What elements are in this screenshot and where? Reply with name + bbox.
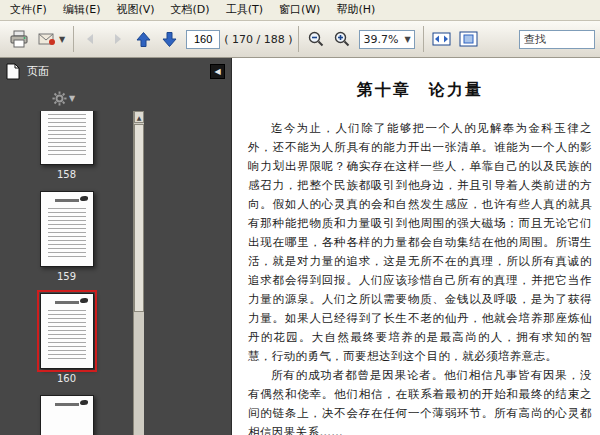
previous-view-icon [83,32,99,46]
scrollbar-up-arrow[interactable]: ▲ [134,111,144,123]
fit-width-icon [432,31,451,47]
gear-icon [52,91,67,106]
thumbnail-label: 160 [57,373,76,384]
thumbnail-unit: 160 [0,293,133,395]
page-number-input[interactable] [186,30,220,49]
thumbnail-unit [0,395,133,435]
content-area: 页面 ◀ ▼ [0,58,600,435]
menu-tools[interactable]: 工具(T) [218,0,271,21]
next-view-button[interactable] [104,25,130,53]
thumbnail-page-159[interactable] [40,191,94,267]
menu-window[interactable]: 窗口(W) [271,0,328,21]
thumbnail-unit: 158 [0,113,133,191]
page-count-label: ( 170 / 188 ) [224,33,292,46]
pages-tab-label[interactable]: 页面 [27,64,49,79]
fit-width-button[interactable] [428,25,455,53]
menu-edit[interactable]: 编辑(E) [55,0,109,21]
thumbnail-label: 158 [57,169,76,180]
page-graphic-blot [80,298,88,303]
zoom-level-combo[interactable]: 39.7% ▼ [359,30,414,49]
toolbar-separator [423,26,424,52]
menu-view[interactable]: 视图(V) [108,0,162,21]
menu-bar: 文件(F) 编辑(E) 视图(V) 文档(D) 工具(T) 窗口(W) 帮助(H… [0,0,600,21]
scrollbar-thumb[interactable] [134,124,144,312]
thumbnail-list: 158 159 160 [0,111,133,435]
panel-options-row: ▼ [0,85,231,111]
paragraph: 迄今为止，人们除了能够把一个人的见解奉为金科玉律之外，还不能为人所具有的能力开出… [248,119,592,366]
print-button[interactable] [5,25,33,53]
paragraph: 所有的成功者都曾是因果论者。他们相信凡事皆有因果，没有偶然和侥幸。他们相信，在联… [248,366,592,435]
email-icon [37,31,57,47]
menu-document[interactable]: 文档(D) [163,0,218,21]
panel-options-button[interactable]: ▼ [48,88,79,108]
thumbnail-scrollbar[interactable]: ▲ [133,111,144,435]
thumbnail-page-158[interactable] [40,111,94,165]
thumbnail-label: 159 [57,271,76,282]
next-page-button[interactable] [156,25,182,53]
thumbnail-unit: 159 [0,191,133,293]
chevron-down-icon: ▼ [59,35,65,44]
page-icon [6,63,20,80]
menu-help[interactable]: 帮助(H) [328,0,383,21]
collapse-panel-button[interactable]: ◀ [210,64,225,79]
zoom-in-icon [333,30,351,48]
arrow-up-icon [135,31,152,48]
previous-page-button[interactable] [130,25,156,53]
zoom-level-value: 39.7% [363,33,398,46]
document-page[interactable]: 第十章 论力量 迄今为止，人们除了能够把一个人的见解奉为金科玉律之外，还不能为人… [232,58,600,435]
zoom-out-icon [307,30,325,48]
email-button[interactable]: ▼ [33,25,69,53]
fit-page-icon [459,31,478,47]
pages-panel-header: 页面 ◀ [0,58,231,85]
toolbar-separator [298,26,299,52]
find-box [519,30,595,49]
next-view-icon [109,32,125,46]
thumbnail-page-160-selected[interactable] [40,293,94,369]
chevron-down-icon: ▼ [404,35,410,44]
page-graphic-blot [80,400,88,405]
chapter-title: 第十章 论力量 [248,80,592,101]
zoom-out-button[interactable] [303,25,329,53]
menu-file[interactable]: 文件(F) [2,0,55,21]
toolbar: ▼ ( 170 / 188 ) [0,21,600,58]
chevron-down-icon: ▼ [69,94,75,103]
page-graphic-blot [80,196,88,201]
panel-empty-area [144,111,231,435]
thumbnail-page-next-partial[interactable] [40,395,94,435]
pages-panel: 页面 ◀ ▼ [0,58,232,435]
arrow-down-icon [161,31,178,48]
previous-view-button[interactable] [78,25,104,53]
find-input[interactable] [519,30,595,49]
thumbnails-body: 158 159 160 [0,111,231,435]
fit-page-button[interactable] [455,25,482,53]
printer-icon [9,30,29,48]
toolbar-separator [73,26,74,52]
zoom-in-button[interactable] [329,25,355,53]
